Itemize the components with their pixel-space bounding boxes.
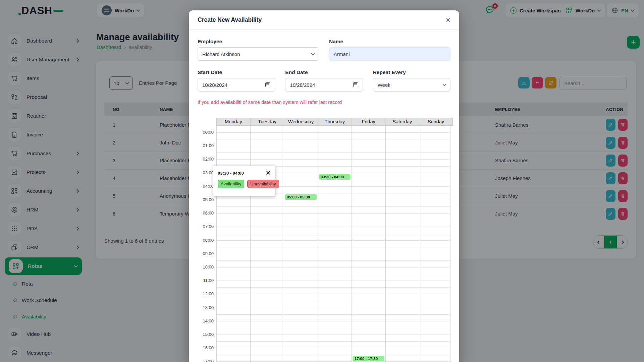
time-label: 00:00 — [198, 129, 214, 135]
app-page: DASH WorkDo 0 + Create Workspace WorkDo … — [0, 0, 644, 362]
name-input[interactable] — [329, 47, 450, 61]
time-label: 01:00 — [198, 143, 214, 149]
end-date-label: End Date — [285, 69, 363, 75]
time-label: 03:00 — [198, 170, 214, 176]
calendar-icon — [353, 82, 358, 87]
calendar-icon — [265, 82, 270, 87]
availability-button[interactable]: Availability — [218, 180, 244, 188]
time-label: 10:00 — [198, 264, 214, 270]
modal-title: Create New Availability — [198, 16, 262, 23]
start-date-input[interactable]: 10/28/2024 — [198, 78, 275, 92]
close-icon[interactable]: × — [446, 16, 450, 24]
modal-body: Employee Richard Atkinson Name Start Dat… — [189, 30, 459, 362]
time-label: 08:00 — [198, 237, 214, 243]
repeat-every-label: Repeat Every — [373, 69, 450, 75]
day-header: Sunday — [419, 118, 453, 126]
unavailability-button[interactable]: Unavailability — [247, 180, 279, 188]
chevron-down-icon — [311, 52, 315, 55]
start-date-label: Start Date — [198, 69, 275, 75]
availability-event-chip[interactable]: 03:30 - 04:00 — [319, 174, 351, 180]
create-availability-modal: Create New Availability × Employee Richa… — [189, 10, 459, 362]
employee-select[interactable]: Richard Atkinson — [198, 47, 319, 61]
week-schedule-grid: Monday Tuesday Wednesday Thursday Friday… — [198, 118, 450, 362]
time-label: 06:00 — [198, 210, 214, 216]
time-label: 15:00 — [198, 331, 214, 338]
day-header-row: Monday Tuesday Wednesday Thursday Friday… — [216, 118, 450, 126]
time-label: 09:00 — [198, 251, 214, 257]
time-label: 11:00 — [198, 278, 214, 284]
day-header: Wednesday — [284, 118, 318, 126]
time-label: 13:00 — [198, 305, 214, 311]
time-label: 12:00 — [198, 291, 214, 297]
day-header: Friday — [352, 118, 385, 126]
modal-header: Create New Availability × — [189, 10, 459, 30]
time-label: 17:00 — [198, 358, 214, 362]
availability-event-chip[interactable]: 05:00 - 05:30 — [285, 194, 317, 200]
repeat-every-select[interactable]: Week — [373, 78, 450, 92]
end-date-input[interactable]: 10/28/2024 — [285, 78, 363, 92]
day-header: Thursday — [318, 118, 352, 126]
availability-event-chip[interactable]: 17:00 - 17:30 — [353, 356, 384, 361]
time-label: 02:00 — [198, 156, 214, 162]
same-date-warning: If you add availabiliti of same date tha… — [198, 100, 450, 105]
day-header: Monday — [216, 118, 250, 126]
day-header: Tuesday — [250, 118, 284, 126]
chevron-down-icon — [442, 82, 446, 86]
close-icon[interactable]: × — [266, 170, 271, 176]
time-label: 04:00 — [198, 183, 214, 189]
time-label: 14:00 — [198, 318, 214, 324]
day-header: Saturday — [385, 118, 419, 126]
popover-time-range: 03:30 - 04:00 — [218, 171, 244, 176]
time-label: 16:00 — [198, 345, 214, 351]
time-label: 05:00 — [198, 197, 214, 203]
time-label: 07:00 — [198, 224, 214, 230]
slot-popover: 03:30 - 04:00 × Availability Unavailabil… — [213, 166, 275, 196]
schedule-body[interactable]: 03:30 - 04:00 05:00 - 05:30 17:00 - 17:3… — [216, 126, 450, 362]
employee-label: Employee — [198, 39, 319, 45]
name-label: Name — [329, 39, 450, 45]
